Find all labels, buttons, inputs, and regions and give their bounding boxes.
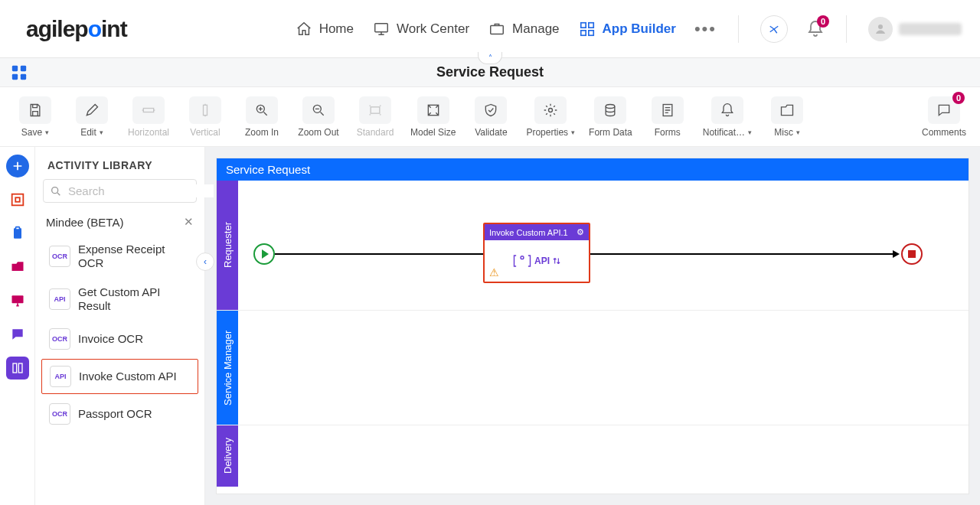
rail-clipboard[interactable] (6, 222, 29, 245)
api-icon: API (49, 288, 70, 310)
activity-invoke-custom-api[interactable]: Invoke Custom API.1 ⚙ ⚠ (483, 223, 590, 283)
svg-rect-7 (12, 65, 18, 70)
lib-item-invoke-custom-api[interactable]: API Invoke Custom API (41, 359, 198, 394)
rail-folder[interactable] (6, 256, 29, 279)
brand-text-right: int (101, 16, 127, 41)
lib-item-label: Invoke Custom API (79, 370, 177, 383)
library-group[interactable]: Mindee (BETA) ✕ (35, 209, 204, 235)
notifications-button[interactable]: 0 (806, 20, 825, 38)
apps-switch[interactable] (11, 64, 28, 81)
lane-delivery-label[interactable]: Delivery (217, 425, 238, 487)
nav-divider-2 (846, 15, 847, 43)
canvas-title: Service Request (217, 158, 969, 181)
tool-save[interactable]: Save (14, 96, 57, 138)
comments-badge: 0 (952, 92, 965, 104)
lane-delivery: Delivery (217, 425, 969, 487)
nav-home-label: Home (319, 21, 354, 37)
tool-save-label: Save (21, 127, 49, 138)
lane-service-manager-label[interactable]: Service Manager (217, 311, 238, 425)
lane-requester-body[interactable]: Invoke Custom API.1 ⚙ ⚠ (238, 181, 969, 310)
tool-edit[interactable]: Edit (70, 96, 113, 138)
nav-more[interactable]: ••• (694, 19, 717, 39)
top-nav-items: Home Work Center Manage App Builder ••• (295, 15, 962, 43)
username (899, 23, 962, 35)
tool-validate[interactable]: Validate (469, 96, 512, 138)
tool-notifications[interactable]: Notificat… (703, 96, 752, 138)
svg-point-17 (549, 108, 553, 112)
nav-work-center[interactable]: Work Center (372, 20, 469, 38)
gear-icon[interactable]: ⚙ (577, 227, 584, 237)
svg-rect-4 (580, 30, 585, 34)
lane-service-manager-body[interactable] (238, 311, 969, 425)
builder-toolbar: Save Edit Horizontal Vertical Zoom In Zo… (0, 87, 980, 147)
canvas-area: Service Request Requester Invoke Custom … (205, 147, 980, 505)
lib-item-label: Passport OCR (78, 407, 152, 421)
tool-zoom-out[interactable]: Zoom Out (297, 96, 340, 138)
lib-item-passport-ocr[interactable]: OCR Passport OCR (41, 397, 198, 431)
nav-app-builder-label: App Builder (603, 21, 676, 37)
close-icon[interactable]: ✕ (184, 215, 194, 229)
collapse-top-pill[interactable]: ˄ (478, 52, 502, 64)
tool-model-size[interactable]: Model Size (410, 96, 456, 138)
svg-point-28 (521, 256, 524, 259)
end-node[interactable] (901, 243, 923, 265)
tool-forms-label: Forms (655, 127, 681, 138)
activity-title: Invoke Custom API.1 (489, 228, 568, 237)
tool-misc-label: Misc (774, 127, 800, 138)
rail-layout[interactable] (6, 357, 29, 380)
pinwheel-icon (767, 22, 781, 36)
rail-add[interactable] (6, 155, 29, 178)
svg-rect-1 (491, 25, 504, 34)
svg-rect-5 (588, 30, 593, 34)
tool-zoom-in[interactable]: Zoom In (240, 96, 283, 138)
tool-zoom-in-label: Zoom In (245, 127, 279, 138)
tool-forms[interactable]: Forms (646, 96, 689, 138)
tool-form-data[interactable]: Form Data (589, 96, 632, 138)
nav-work-center-label: Work Center (397, 21, 469, 37)
nav-divider (738, 15, 739, 43)
briefcase-icon (488, 20, 506, 38)
rail-chat[interactable] (6, 323, 29, 346)
avatar (868, 17, 893, 41)
tool-properties-label: Properties (526, 127, 575, 138)
nav-manage[interactable]: Manage (488, 20, 559, 38)
svg-point-6 (878, 24, 883, 29)
tool-standard: Standard (354, 96, 397, 138)
svg-rect-0 (375, 23, 388, 31)
api-icon: API (511, 252, 562, 270)
lib-item-invoice-ocr[interactable]: OCR Invoice OCR (41, 322, 198, 356)
brand-logo: agilepoint (26, 16, 127, 42)
workspace: ACTIVITY LIBRARY Mindee (BETA) ✕ OCR Exp… (0, 147, 980, 505)
user-menu[interactable] (868, 17, 962, 41)
svg-rect-12 (204, 105, 207, 115)
start-node[interactable] (253, 243, 275, 265)
tool-properties[interactable]: Properties (526, 96, 575, 138)
tool-edit-label: Edit (80, 127, 103, 138)
rail-monitor[interactable] (6, 289, 29, 312)
svg-rect-8 (21, 65, 26, 70)
top-nav: agilepoint Home Work Center Manage A (0, 0, 980, 58)
launcher-button[interactable] (760, 15, 788, 43)
brand-text-left: agilep (26, 16, 88, 41)
tool-comments[interactable]: 0 Comments (922, 96, 966, 138)
tool-standard-label: Standard (357, 127, 394, 138)
lib-item-label: Get Custom API Result (78, 285, 191, 313)
library-search-input[interactable] (68, 184, 214, 197)
tool-misc[interactable]: Misc (766, 96, 808, 138)
nav-app-builder[interactable]: App Builder (578, 20, 676, 38)
process-canvas[interactable]: Service Request Requester Invoke Custom … (216, 158, 969, 494)
lane-requester-label[interactable]: Requester (217, 181, 238, 310)
lib-item-get-custom-api-result[interactable]: API Get Custom API Result (41, 279, 198, 319)
rail-activities[interactable] (6, 188, 29, 211)
more-icon: ••• (694, 19, 717, 38)
lane-service-manager: Service Manager (217, 311, 969, 425)
library-group-label: Mindee (BETA) (46, 216, 123, 229)
lib-item-expense-receipt-ocr[interactable]: OCR Expense Receipt OCR (41, 236, 198, 276)
nav-home[interactable]: Home (295, 20, 354, 38)
library-search[interactable] (43, 179, 197, 203)
lib-item-label: Invoice OCR (78, 332, 143, 346)
svg-rect-11 (143, 108, 153, 112)
lane-delivery-body[interactable] (238, 425, 969, 487)
home-icon (295, 20, 313, 38)
svg-rect-25 (13, 363, 17, 373)
